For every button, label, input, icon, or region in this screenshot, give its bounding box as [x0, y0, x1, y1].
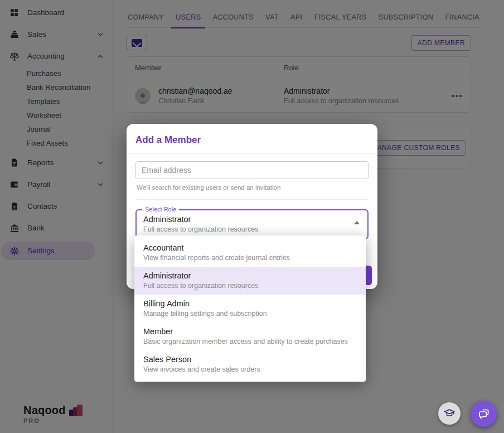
role-dropdown-menu: Accountant View financial reports and cr… [134, 235, 366, 382]
email-helper-text: We'll search for existing users or send … [137, 184, 369, 191]
role-select-description: Full access to organization resources [143, 225, 348, 233]
role-option-member[interactable]: Member Basic organization member access … [134, 323, 366, 350]
chat-widget-button[interactable] [471, 401, 497, 427]
caret-up-icon [354, 221, 360, 224]
help-academy-button[interactable] [438, 402, 461, 425]
role-select-value: Administrator [143, 215, 348, 224]
role-option-billing-admin[interactable]: Billing Admin Manage billing settings an… [134, 295, 366, 323]
role-option-sales-person[interactable]: Sales Person View invoices and create sa… [134, 350, 366, 378]
role-option-administrator[interactable]: Administrator Full access to organizatio… [134, 267, 366, 295]
role-select[interactable]: Select Role Administrator Full access to… [135, 209, 369, 239]
role-select-label: Select Role [142, 206, 179, 213]
role-option-accountant[interactable]: Accountant View financial reports and cr… [134, 239, 366, 267]
chat-bubbles-icon [477, 407, 491, 421]
graduation-cap-icon [443, 407, 455, 420]
email-field[interactable] [135, 161, 369, 179]
modal-title: Add a Member [127, 124, 377, 153]
